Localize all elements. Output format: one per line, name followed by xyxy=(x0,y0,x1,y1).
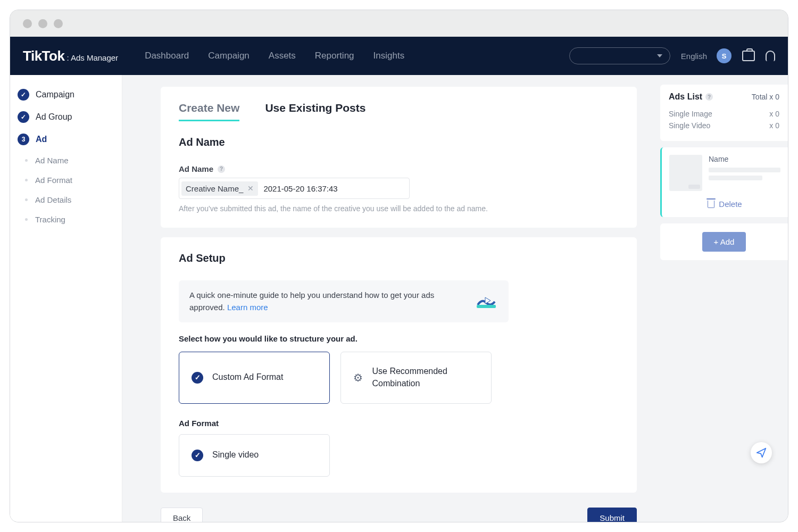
brand-main: TikTok xyxy=(23,48,64,64)
structure-label: Select how you would like to structure y… xyxy=(179,334,619,343)
help-icon[interactable]: ? xyxy=(218,165,225,173)
window-control-close[interactable] xyxy=(23,19,32,28)
step-label: Ad xyxy=(36,135,47,144)
help-icon[interactable]: ? xyxy=(705,93,713,101)
tab-create-new[interactable]: Create New xyxy=(179,102,239,121)
sidebar-sub-tracking[interactable]: Tracking xyxy=(10,210,122,229)
bullet-icon xyxy=(25,159,28,162)
check-icon xyxy=(18,89,29,101)
briefcase-icon[interactable] xyxy=(742,51,755,61)
footer-bar: Back Submit xyxy=(161,502,637,522)
learn-more-link[interactable]: Learn more xyxy=(227,303,268,312)
option-label: Custom Ad Format xyxy=(212,371,283,383)
nav-assets[interactable]: Assets xyxy=(269,51,296,61)
ads-list-row-video: Single Video x 0 xyxy=(669,120,779,131)
check-circle-icon xyxy=(192,372,203,384)
ad-preview-card[interactable]: Name Delete xyxy=(660,147,788,217)
account-selector[interactable] xyxy=(569,47,670,64)
step-number-badge: 3 xyxy=(18,134,29,145)
puzzle-icon: ⚙ xyxy=(353,371,363,384)
section-title-adsetup: Ad Setup xyxy=(179,252,619,264)
sidebar: Campaign Ad Group 3 Ad Ad Name Ad Format… xyxy=(10,75,122,522)
option-label: Use Recommended Combination xyxy=(372,365,479,389)
add-box: + Add xyxy=(660,223,788,260)
add-button[interactable]: + Add xyxy=(702,232,746,252)
main-area: Create New Use Existing Posts Ad Name Ad… xyxy=(122,75,660,522)
sub-label: Ad Name xyxy=(35,156,69,165)
panel-adsetup: Ad Setup A quick one-minute guide to hel… xyxy=(161,237,637,493)
panel-adname: Create New Use Existing Posts Ad Name Ad… xyxy=(161,87,637,228)
ads-list-total: Total x 0 xyxy=(752,93,779,101)
nav-dashboard[interactable]: Dashboard xyxy=(145,51,189,61)
feedback-fab[interactable] xyxy=(751,442,772,463)
language-selector[interactable]: English xyxy=(681,52,707,61)
tabs: Create New Use Existing Posts xyxy=(179,102,619,121)
nav-links: Dashboard Campaign Assets Reporting Insi… xyxy=(145,51,404,61)
window-control-max[interactable] xyxy=(54,19,63,28)
window-titlebar xyxy=(10,10,788,37)
submit-button[interactable]: Submit xyxy=(587,508,637,522)
brand-sub: : Ads Manager xyxy=(66,53,118,62)
sidebar-step-campaign[interactable]: Campaign xyxy=(10,84,122,106)
thumbnail-placeholder xyxy=(669,155,702,191)
trash-icon xyxy=(708,201,714,208)
check-circle-icon xyxy=(192,450,203,461)
top-nav: TikTok : Ads Manager Dashboard Campaign … xyxy=(10,37,788,75)
nav-campaign[interactable]: Campaign xyxy=(208,51,250,61)
avatar[interactable]: S xyxy=(717,48,732,63)
check-icon xyxy=(18,111,29,123)
adname-date-text: 2021-05-20 16:37:43 xyxy=(258,184,337,193)
bullet-icon xyxy=(25,179,28,181)
chip-text: Creative Name_ xyxy=(186,184,243,193)
guide-body: A quick one-minute guide to help you und… xyxy=(189,290,434,312)
option-custom-format[interactable]: Custom Ad Format xyxy=(179,352,330,404)
delete-label: Delete xyxy=(719,200,742,209)
sidebar-sub-addetails[interactable]: Ad Details xyxy=(10,190,122,210)
delete-button[interactable]: Delete xyxy=(669,200,780,209)
sidebar-step-adgroup[interactable]: Ad Group xyxy=(10,106,122,128)
bullet-icon xyxy=(25,198,28,201)
close-icon[interactable]: ✕ xyxy=(247,184,254,193)
chevron-down-icon xyxy=(657,54,662,57)
ads-list-title-text: Ads List xyxy=(669,92,702,102)
sub-label: Ad Format xyxy=(35,176,72,185)
field-label-text: Ad Name xyxy=(179,164,213,173)
sidebar-step-ad[interactable]: 3 Ad xyxy=(10,128,122,151)
step-label: Ad Group xyxy=(36,112,72,122)
nav-insights[interactable]: Insights xyxy=(373,51,405,61)
guide-box: A quick one-minute guide to help you und… xyxy=(179,280,509,322)
content-area: Campaign Ad Group 3 Ad Ad Name Ad Format… xyxy=(10,75,788,522)
ads-list-row-image: Single Image x 0 xyxy=(669,108,779,120)
bullet-icon xyxy=(25,218,28,221)
back-button[interactable]: Back xyxy=(161,508,203,522)
preview-name-label: Name xyxy=(709,155,780,163)
sub-label: Tracking xyxy=(35,215,65,224)
row-label: Single Video xyxy=(669,121,710,130)
video-guide-icon xyxy=(475,292,498,310)
nav-reporting[interactable]: Reporting xyxy=(315,51,354,61)
sidebar-sub-adformat[interactable]: Ad Format xyxy=(10,170,122,190)
tab-use-existing[interactable]: Use Existing Posts xyxy=(265,102,365,121)
row-count: x 0 xyxy=(769,110,779,118)
option-recommended-combination[interactable]: ⚙ Use Recommended Combination xyxy=(340,352,492,404)
format-label: Single video xyxy=(212,449,259,461)
format-single-video[interactable]: Single video xyxy=(179,434,330,477)
guide-text: A quick one-minute guide to help you und… xyxy=(189,289,439,314)
skeleton-line xyxy=(709,176,762,180)
ads-list-card: Ads List ? Total x 0 Single Image x 0 Si… xyxy=(660,85,788,141)
step-label: Campaign xyxy=(36,90,74,99)
window-control-min[interactable] xyxy=(38,19,47,28)
sidebar-sub-adname[interactable]: Ad Name xyxy=(10,151,122,170)
paper-plane-icon xyxy=(756,447,767,458)
ad-format-label: Ad Format xyxy=(179,419,619,428)
adname-hint: After you've submitted this ad, the name… xyxy=(179,204,619,213)
field-label-adname: Ad Name ? xyxy=(179,164,619,173)
skeleton-line xyxy=(709,168,780,172)
row-count: x 0 xyxy=(769,121,779,130)
bell-icon[interactable] xyxy=(766,51,775,61)
adname-input[interactable]: Creative Name_ ✕ 2021-05-20 16:37:43 xyxy=(179,178,410,199)
svg-rect-0 xyxy=(477,305,496,308)
sub-label: Ad Details xyxy=(35,195,71,204)
structure-options: Custom Ad Format ⚙ Use Recommended Combi… xyxy=(179,352,619,404)
brand-logo: TikTok : Ads Manager xyxy=(23,48,118,64)
